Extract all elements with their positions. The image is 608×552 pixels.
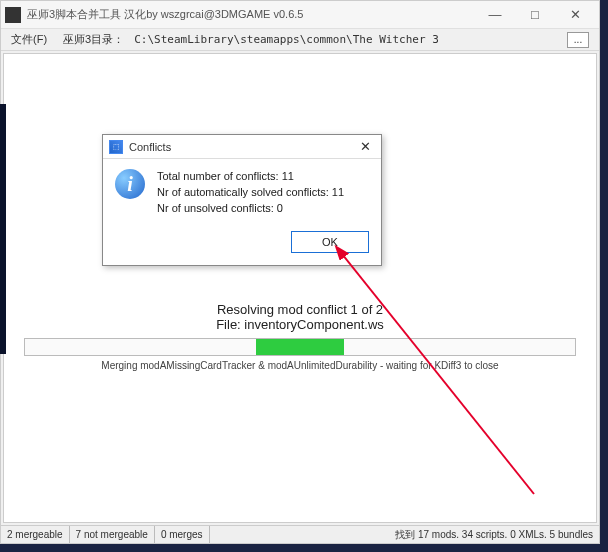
progress-area: Resolving mod conflict 1 of 2 File: inve… — [4, 302, 596, 371]
ok-button[interactable]: OK — [291, 231, 369, 253]
file-line: File: inventoryComponent.ws — [4, 317, 596, 332]
dialog-close-button[interactable]: ✕ — [356, 139, 375, 154]
directory-path: C:\SteamLibrary\steamapps\common\The Wit… — [134, 33, 567, 46]
status-summary: 找到 17 mods. 34 scripts. 0 XMLs. 5 bundle… — [389, 528, 599, 542]
status-merges: 0 merges — [155, 526, 210, 543]
conflicts-auto: Nr of automatically solved conflicts: 11 — [157, 185, 344, 201]
window-title: 巫师3脚本合并工具 汉化by wszgrcai@3DMGAME v0.6.5 — [27, 7, 475, 22]
progress-bar — [24, 338, 576, 356]
directory-label: 巫师3目录： — [63, 32, 124, 47]
resolving-line: Resolving mod conflict 1 of 2 — [4, 302, 596, 317]
minimize-button[interactable]: — — [475, 2, 515, 28]
svg-line-0 — [342, 254, 534, 494]
conflicts-dialog: ⬚ Conflicts ✕ i Total number of conflict… — [102, 134, 382, 266]
statusbar: 2 mergeable 7 not mergeable 0 merges 找到 … — [1, 525, 599, 543]
menubar: 文件(F) 巫师3目录： C:\SteamLibrary\steamapps\c… — [1, 29, 599, 51]
dialog-title: Conflicts — [129, 141, 356, 153]
main-window: 巫师3脚本合并工具 汉化by wszgrcai@3DMGAME v0.6.5 —… — [0, 0, 600, 544]
conflicts-total: Total number of conflicts: 11 — [157, 169, 344, 185]
merge-status-line: Merging modAMissingCardTracker & modAUnl… — [4, 360, 596, 371]
close-button[interactable]: ✕ — [555, 2, 595, 28]
status-mergeable: 2 mergeable — [1, 526, 70, 543]
app-icon — [5, 7, 21, 23]
browse-button[interactable]: ... — [567, 32, 589, 48]
conflicts-unsolved: Nr of unsolved conflicts: 0 — [157, 201, 344, 217]
menu-file[interactable]: 文件(F) — [11, 32, 47, 47]
content-area: Resolving mod conflict 1 of 2 File: inve… — [3, 53, 597, 523]
status-not-mergeable: 7 not mergeable — [70, 526, 155, 543]
dialog-text: Total number of conflicts: 11 Nr of auto… — [157, 169, 344, 217]
progress-fill — [256, 339, 344, 355]
maximize-button[interactable]: □ — [515, 2, 555, 28]
info-icon: i — [115, 169, 145, 199]
titlebar[interactable]: 巫师3脚本合并工具 汉化by wszgrcai@3DMGAME v0.6.5 —… — [1, 1, 599, 29]
dialog-titlebar[interactable]: ⬚ Conflicts ✕ — [103, 135, 381, 159]
dialog-app-icon: ⬚ — [109, 140, 123, 154]
